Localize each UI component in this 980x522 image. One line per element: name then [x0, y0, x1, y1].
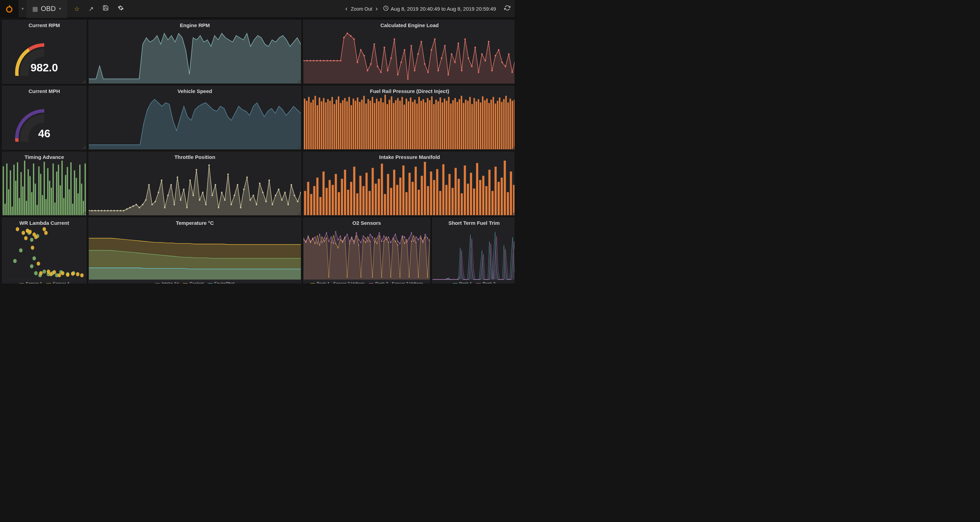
svg-point-450 — [315, 236, 315, 238]
svg-rect-140 — [458, 99, 460, 149]
resize-handle[interactable] — [82, 145, 86, 149]
legend-item[interactable]: Bank 1 — [453, 281, 472, 284]
svg-point-381 — [49, 272, 52, 276]
svg-rect-210 — [79, 165, 81, 215]
svg-rect-344 — [495, 167, 497, 215]
svg-point-264 — [246, 176, 248, 178]
svg-point-269 — [262, 192, 264, 193]
svg-rect-73 — [317, 105, 318, 149]
time-range-picker[interactable]: Aug 8, 2019 20:40:49 to Aug 8, 2019 20:5… — [383, 5, 496, 12]
svg-point-53 — [471, 65, 473, 67]
panel-current-rpm[interactable]: Current RPM 982.0 — [2, 20, 86, 84]
dashboard-title: OBD — [41, 5, 56, 13]
svg-point-434 — [406, 239, 407, 241]
resize-handle[interactable] — [82, 80, 86, 83]
resize-handle[interactable] — [82, 211, 86, 215]
svg-rect-102 — [378, 101, 379, 149]
legend-item[interactable]: Sensor 1 — [19, 281, 42, 284]
legend-item[interactable]: Bank 2 - Sensor 2 Voltage — [369, 281, 423, 284]
panel-title: Throttle Position — [89, 152, 301, 161]
svg-rect-159 — [499, 97, 500, 149]
panel-lambda[interactable]: WR Lambda Current Sensor 1Sensor 4 — [2, 217, 86, 284]
svg-point-279 — [294, 195, 295, 196]
resize-handle[interactable] — [512, 80, 514, 83]
legend-item[interactable]: EnviroPhat — [208, 281, 235, 284]
svg-point-220 — [107, 210, 109, 211]
logo-dropdown-caret[interactable]: ▼ — [19, 0, 27, 18]
panel-vehicle-speed[interactable]: Vehicle Speed — [89, 86, 301, 150]
svg-rect-104 — [382, 102, 384, 149]
save-icon[interactable] — [103, 5, 109, 13]
svg-point-4 — [306, 60, 308, 61]
svg-rect-194 — [51, 188, 52, 215]
svg-rect-97 — [368, 99, 369, 149]
svg-point-266 — [253, 195, 254, 196]
legend-item[interactable]: Intake Air — [155, 281, 179, 284]
legend-item[interactable]: Sensor 4 — [46, 281, 69, 284]
panel-intake-manifold[interactable]: Intake Pressure Manifold — [303, 152, 514, 216]
svg-rect-206 — [72, 204, 73, 215]
resize-handle[interactable] — [297, 80, 301, 83]
resize-handle[interactable] — [297, 145, 301, 149]
share-icon[interactable]: ↗ — [89, 5, 94, 13]
panel-temperature[interactable]: Temperature °C Intake AirCoolantEnviroPh… — [89, 217, 301, 284]
panel-throttle[interactable]: Throttle Position — [89, 152, 301, 216]
star-icon[interactable]: ☆ — [74, 5, 80, 13]
legend-item[interactable]: Bank 2 — [476, 281, 495, 284]
svg-rect-167 — [3, 166, 4, 215]
resize-handle[interactable] — [297, 211, 301, 215]
svg-point-495 — [418, 239, 418, 241]
chart-engine-rpm — [89, 29, 301, 83]
svg-rect-87 — [347, 101, 348, 149]
svg-point-58 — [488, 41, 490, 43]
svg-rect-315 — [406, 192, 407, 215]
panel-fuel-rail[interactable]: Fuel Rail Pressure (Direct Inject) — [303, 86, 514, 150]
svg-rect-106 — [387, 104, 388, 149]
svg-point-32 — [400, 61, 402, 63]
svg-point-252 — [208, 164, 210, 166]
svg-point-22 — [367, 70, 368, 71]
legend-item[interactable]: Coolant — [183, 281, 204, 284]
panel-timing-advance[interactable]: Timing Advance — [2, 152, 86, 216]
svg-rect-209 — [78, 193, 79, 215]
panel-current-mph[interactable]: Current MPH 46 — [2, 86, 86, 150]
dashboard-picker-button[interactable]: ▦ OBD ▼ — [27, 0, 67, 18]
resize-handle[interactable] — [512, 145, 514, 149]
svg-point-26 — [380, 71, 382, 73]
svg-rect-341 — [485, 186, 487, 215]
svg-rect-143 — [465, 99, 466, 149]
svg-point-248 — [196, 169, 197, 171]
svg-point-448 — [310, 241, 311, 242]
svg-point-267 — [256, 204, 258, 206]
svg-rect-67 — [304, 99, 305, 149]
legend-item[interactable]: Bank 1 - Sensor 2 Voltage — [310, 281, 364, 284]
svg-point-476 — [374, 242, 375, 243]
svg-rect-150 — [480, 102, 481, 149]
svg-rect-74 — [319, 97, 320, 149]
panel-body — [89, 227, 301, 280]
panel-o2[interactable]: O2 Sensors Bank 1 - Sensor 2 VoltageBank… — [303, 217, 430, 284]
svg-rect-130 — [438, 101, 439, 149]
svg-rect-107 — [389, 99, 390, 149]
svg-point-5 — [309, 60, 311, 61]
settings-gear-icon[interactable] — [118, 5, 124, 13]
svg-rect-113 — [401, 97, 403, 149]
panel-engine-rpm[interactable]: Engine RPM — [89, 20, 301, 84]
svg-rect-114 — [403, 105, 405, 149]
legend: Sensor 1Sensor 4 — [2, 280, 86, 284]
svg-point-268 — [259, 183, 261, 184]
svg-point-7 — [316, 60, 318, 61]
svg-rect-176 — [19, 198, 20, 215]
svg-rect-180 — [26, 201, 27, 215]
panel-fuel-trim[interactable]: Short Term Fuel Trim Bank 1Bank 2 — [432, 217, 514, 284]
resize-handle[interactable] — [512, 211, 514, 215]
svg-point-468 — [356, 232, 357, 233]
svg-rect-320 — [421, 176, 423, 215]
zoom-out-control[interactable]: ‹ Zoom Out › — [344, 5, 379, 12]
svg-rect-298 — [353, 167, 355, 215]
refresh-icon[interactable] — [504, 5, 511, 13]
svg-rect-170 — [8, 190, 9, 215]
panel-engine-load[interactable]: Calculated Engine Load — [303, 20, 514, 84]
grafana-logo-button[interactable] — [0, 0, 19, 18]
svg-rect-154 — [488, 103, 490, 149]
